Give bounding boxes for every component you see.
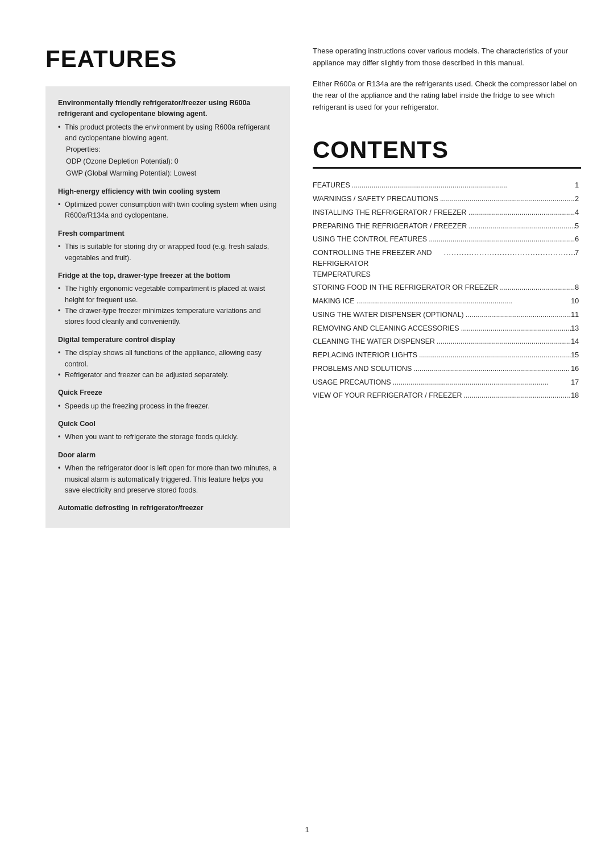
toc-item: WARNINGS / SAFETY PRECAUTIONS...........… <box>313 193 581 206</box>
odp-text: ODP (Ozone Depletion Potential): 0 <box>58 156 277 167</box>
fridge-top-bullet1: The highly ergonomic vegetable compartme… <box>58 283 277 306</box>
toc-label: INSTALLING THE REFRIGERATOR / FREEZER...… <box>313 206 581 219</box>
toc-page-num: 8 <box>575 282 579 293</box>
toc-entry-label: PREPARING THE REFRIGERATOR / FREEZER <box>313 221 467 232</box>
toc-item: USING THE WATER DISPENSER (OPTIONAL)....… <box>313 308 581 322</box>
toc-item: CONTROLLING THE FREEZER AND REFRIGERATOR… <box>313 247 581 281</box>
toc-dots: ........................................… <box>412 364 571 374</box>
contents-title: CONTENTS <box>313 136 581 164</box>
toc-label: PROBLEMS AND SOLUTIONS..................… <box>313 362 581 375</box>
toc-item: INSTALLING THE REFRIGERATOR / FREEZER...… <box>313 206 581 219</box>
toc-item: VIEW OF YOUR REFRIGERATOR / FREEZER.....… <box>313 389 581 403</box>
toc-label: USING THE CONTROL FEATURES..............… <box>313 233 581 247</box>
toc-dots: ........................................… <box>427 234 575 245</box>
fridge-top-title: Fridge at the top, drawer-type freezer a… <box>58 270 277 281</box>
toc-item: USAGE PRECAUTIONS.......................… <box>313 375 581 389</box>
digital-display-bullet1: The display shows all functions of the a… <box>58 348 277 370</box>
toc-entry-label: USAGE PRECAUTIONS <box>313 377 391 388</box>
intro-para2: Either R600a or R134a are the refrigeran… <box>313 78 581 114</box>
toc-label: REMOVING AND CLEANING ACCESSORIES.......… <box>313 322 581 335</box>
digital-display-title: Digital temperature control display <box>58 335 277 345</box>
toc-item: USING THE CONTROL FEATURES..............… <box>313 233 581 247</box>
toc-label: PREPARING THE REFRIGERATOR / FREEZER....… <box>313 219 581 233</box>
toc-page-num: 7 <box>575 248 579 258</box>
toc-entry-label: VIEW OF YOUR REFRIGERATOR / FREEZER <box>313 390 462 401</box>
toc-dots: ........................................… <box>355 296 571 307</box>
toc-dots: ........................................… <box>435 336 571 347</box>
toc-entry-label: USING THE CONTROL FEATURES <box>313 234 427 245</box>
toc-item: REPLACING INTERIOR LIGHTS...............… <box>313 349 581 362</box>
toc-table: FEATURES................................… <box>313 179 581 403</box>
toc-entry-label: REMOVING AND CLEANING ACCESSORIES <box>313 323 459 334</box>
toc-dots: ........................................… <box>464 310 571 320</box>
quick-cool-title: Quick Cool <box>58 419 277 429</box>
fresh-compartment-title: Fresh compartment <box>58 228 277 239</box>
intro-para1: These operating instructions cover vario… <box>313 45 581 69</box>
toc-dots: ........................................… <box>467 207 575 218</box>
toc-label: STORING FOOD IN THE REFRIGERATOR OR FREE… <box>313 281 581 295</box>
toc-page-num: 4 <box>575 207 579 218</box>
quick-cool-bullet: When you want to refrigerate the storage… <box>58 432 277 443</box>
properties-label: Properties: <box>58 144 277 155</box>
toc-label: CLEANING THE WATER DISPENSER............… <box>313 335 581 349</box>
toc-label: VIEW OF YOUR REFRIGERATOR / FREEZER.....… <box>313 389 581 403</box>
toc-label: USING THE WATER DISPENSER (OPTIONAL)....… <box>313 308 581 322</box>
toc-entry-label: USING THE WATER DISPENSER (OPTIONAL) <box>313 310 464 320</box>
door-alarm-bullet: When the refrigerator door is left open … <box>58 463 277 496</box>
toc-item: CLEANING THE WATER DISPENSER............… <box>313 335 581 349</box>
toc-page-num: 17 <box>571 377 579 388</box>
features-title: FEATURES <box>45 45 290 73</box>
toc-page-num: 18 <box>571 390 579 401</box>
toc-label: USAGE PRECAUTIONS.......................… <box>313 375 581 389</box>
contents-section: CONTENTS FEATURES.......................… <box>313 136 581 403</box>
door-alarm-title: Door alarm <box>58 450 277 461</box>
toc-entry-label: STORING FOOD IN THE REFRIGERATOR OR FREE… <box>313 282 498 293</box>
right-intro: These operating instructions cover vario… <box>313 45 581 114</box>
toc-dots: ........................................… <box>391 377 571 388</box>
toc-entry-label: CLEANING THE WATER DISPENSER <box>313 336 435 347</box>
main-content: FEATURES Environmentally friendly refrig… <box>45 45 569 803</box>
toc-dots: ........................................… <box>459 323 571 334</box>
toc-label: FEATURES................................… <box>313 179 581 193</box>
auto-defrost-title: Automatic defrosting in refrigerator/fre… <box>58 503 277 514</box>
toc-dots: ........................................… <box>438 194 575 205</box>
gwp-text: GWP (Global Warming Potential): Lowest <box>58 168 277 179</box>
fridge-top-bullet2: The drawer-type freezer minimizes temper… <box>58 306 277 328</box>
left-column: FEATURES Environmentally friendly refrig… <box>45 45 290 803</box>
digital-display-bullet2: Refrigerator and freezer can be adjusted… <box>58 370 277 381</box>
twin-cooling-title: High-energy efficiency with twin cooling… <box>58 186 277 197</box>
toc-item: PROBLEMS AND SOLUTIONS..................… <box>313 362 581 375</box>
env-bullet1: This product protects the environment by… <box>58 122 277 144</box>
toc-page-num: 6 <box>575 234 579 245</box>
quick-freeze-bullet: Speeds up the freezing process in the fr… <box>58 401 277 412</box>
toc-dots: ........................................… <box>462 390 571 401</box>
toc-page-num: 10 <box>571 296 579 307</box>
toc-item: MAKING ICE..............................… <box>313 295 581 308</box>
toc-label: MAKING ICE..............................… <box>313 295 581 308</box>
toc-item: FEATURES................................… <box>313 179 581 193</box>
toc-page-num: 13 <box>571 323 579 334</box>
env-friendly-heading: Environmentally friendly refrigerator/fr… <box>58 98 277 120</box>
toc-label: REPLACING INTERIOR LIGHTS...............… <box>313 349 581 362</box>
toc-item: STORING FOOD IN THE REFRIGERATOR OR FREE… <box>313 281 581 295</box>
page: FEATURES Environmentally friendly refrig… <box>0 0 614 868</box>
toc-entry-label: REPLACING INTERIOR LIGHTS <box>313 350 417 361</box>
features-box: Environmentally friendly refrigerator/fr… <box>45 86 290 528</box>
toc-page-num: 16 <box>571 364 579 374</box>
twin-cooling-bullet: Optimized power consumption with twin co… <box>58 199 277 222</box>
toc-entry-label: PROBLEMS AND SOLUTIONS <box>313 364 412 374</box>
toc-dots: ........................................… <box>350 180 575 191</box>
fresh-compartment-bullet: This is suitable for storing dry or wrap… <box>58 241 277 264</box>
toc-dots: ........................................… <box>417 350 571 361</box>
toc-entry-label: WARNINGS / SAFETY PRECAUTIONS <box>313 194 438 205</box>
contents-divider <box>313 167 581 169</box>
toc-label: WARNINGS / SAFETY PRECAUTIONS...........… <box>313 193 581 206</box>
toc-page-num: 2 <box>575 194 579 205</box>
toc-page-num: 5 <box>575 221 579 232</box>
quick-freeze-title: Quick Freeze <box>58 387 277 398</box>
toc-entry-label: MAKING ICE <box>313 296 355 307</box>
toc-page-num: 11 <box>571 310 579 320</box>
toc-page-num: 1 <box>575 180 579 191</box>
toc-label: CONTROLLING THE FREEZER AND REFRIGERATOR… <box>313 247 581 281</box>
toc-page-num: 14 <box>571 336 579 347</box>
